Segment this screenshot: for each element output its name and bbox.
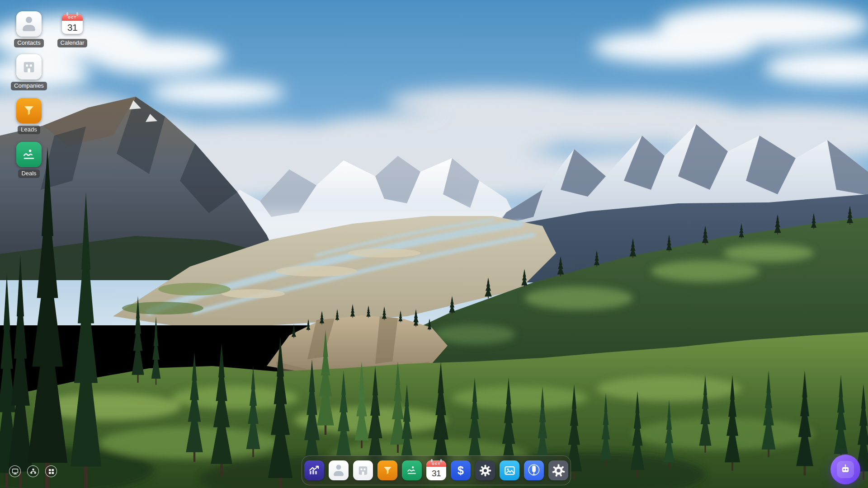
dock-item-calendar[interactable]: OCT 31	[426, 460, 446, 480]
desktop: Contacts OCT 31 Calendar Companies	[0, 0, 868, 488]
dock-item-deals[interactable]	[402, 460, 422, 480]
companies-building-icon	[357, 465, 369, 476]
gallery-image-icon	[504, 465, 516, 477]
leads-icon	[16, 98, 42, 123]
person-glyph	[22, 17, 36, 31]
dock-item-settings[interactable]	[548, 460, 568, 480]
dock: OCT 31 $	[302, 455, 571, 485]
calendar-ring	[431, 459, 433, 462]
calendar-month: OCT	[426, 460, 446, 467]
deals-signature-icon	[406, 465, 418, 476]
contacts-icon	[16, 11, 42, 37]
dock-item-contacts[interactable]	[329, 460, 349, 480]
dock-item-leads[interactable]	[377, 460, 397, 480]
robot-icon	[840, 464, 851, 475]
dock-item-companies[interactable]	[353, 460, 373, 480]
dock-item-voice[interactable]	[524, 460, 544, 480]
calendar-day: 31	[62, 21, 83, 34]
desktop-icon-label: Calendar	[57, 39, 88, 47]
companies-icon	[16, 54, 42, 80]
deals-icon	[16, 142, 42, 167]
dock-item-gallery[interactable]	[500, 460, 519, 480]
dock-item-analytics[interactable]	[304, 460, 324, 480]
calendar-day: 31	[426, 467, 446, 480]
ai-inner-tile	[837, 461, 854, 478]
signature-glyph	[22, 147, 36, 162]
calendar-icon: OCT 31	[426, 460, 446, 480]
quick-launch	[9, 465, 57, 477]
billing-dollar-icon: $	[458, 464, 464, 477]
calendar-month: OCT	[62, 14, 83, 21]
desktop-icon-deals[interactable]: Deals	[9, 142, 49, 178]
app-grid-button[interactable]	[45, 465, 57, 477]
automation-gear-icon	[479, 465, 491, 477]
display-button[interactable]	[9, 465, 21, 477]
desktop-icon-label: Contacts	[14, 39, 43, 47]
analytics-icon	[308, 464, 321, 477]
dock-item-automation[interactable]	[475, 460, 495, 480]
workspaces-icon	[30, 468, 37, 475]
settings-gear-icon	[552, 464, 565, 477]
desktop-icon-label: Companies	[11, 82, 47, 90]
voice-mic-icon	[527, 464, 541, 477]
desktop-icon-calendar[interactable]: OCT 31 Calendar	[52, 11, 92, 47]
desktop-icon-contacts[interactable]: Contacts	[9, 11, 49, 47]
ai-assistant-button[interactable]	[830, 455, 860, 484]
app-grid-icon	[48, 469, 54, 474]
wallpaper	[0, 0, 868, 488]
desktop-icon-leads[interactable]: Leads	[9, 98, 49, 134]
leads-funnel-icon	[382, 465, 393, 476]
calendar-ring	[66, 12, 68, 16]
calendar-ring	[76, 12, 78, 16]
calendar-icon: OCT 31	[62, 14, 83, 34]
desktop-icon-label: Leads	[18, 126, 40, 134]
building-glyph	[22, 60, 36, 74]
display-icon	[12, 468, 19, 475]
desktop-icon-companies[interactable]: Companies	[9, 54, 49, 90]
funnel-glyph	[22, 104, 36, 117]
dock-item-billing[interactable]: $	[451, 460, 471, 480]
contacts-person-icon	[333, 465, 344, 476]
workspaces-button[interactable]	[27, 465, 39, 477]
desktop-icon-label: Deals	[18, 169, 39, 178]
calendar-ring	[440, 459, 442, 462]
